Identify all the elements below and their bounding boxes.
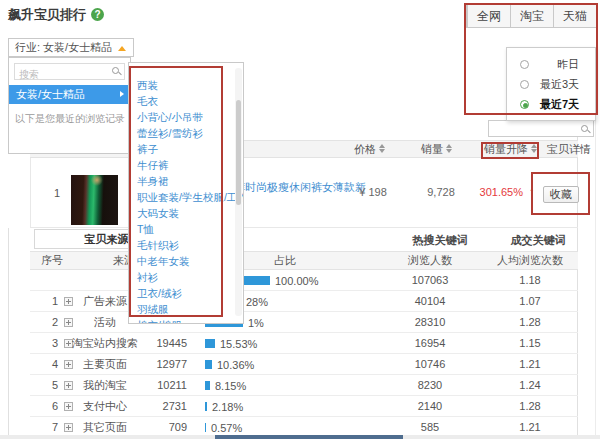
date-option[interactable]: 最近3天 bbox=[507, 74, 595, 94]
subcategory-item[interactable]: 半身裙 bbox=[129, 173, 243, 189]
product-thumbnail[interactable] bbox=[71, 175, 118, 225]
page-title-text: 飙升宝贝排行 bbox=[8, 7, 86, 22]
sort-icon[interactable] bbox=[446, 144, 453, 153]
tab-deal-keywords[interactable]: 成交关键词 bbox=[500, 233, 576, 248]
avg-views-value: 1.15 bbox=[485, 333, 575, 354]
visitors-value: 10746 bbox=[385, 354, 475, 375]
industry-select-label: 行业: 女装/女士精品 bbox=[15, 41, 112, 53]
source-count: 10211 bbox=[135, 375, 187, 396]
date-option[interactable]: 昨日 bbox=[507, 54, 595, 74]
history-list bbox=[9, 129, 130, 147]
table-row: 2 活动 1% 28310 1.28 bbox=[30, 312, 578, 333]
column-sales[interactable]: 销量 bbox=[407, 141, 467, 158]
rank-search-input[interactable] bbox=[489, 124, 569, 139]
subcategory-item-label: 牛仔裤 bbox=[137, 159, 169, 171]
share-bar-wrap: 15.53% bbox=[205, 333, 257, 354]
subcategory-item-label: 大码女装 bbox=[137, 207, 179, 219]
table-row: 5 我的淘宝 10211 8.15% 8230 1.24 bbox=[30, 375, 578, 396]
subcategory-item[interactable]: 小背心/小吊带 bbox=[129, 109, 243, 125]
page-title: 飙升宝贝排行? bbox=[8, 6, 104, 24]
avg-views-value: 1.18 bbox=[485, 270, 575, 291]
favorite-button[interactable]: 收藏 bbox=[543, 186, 579, 203]
source-count: 12977 bbox=[135, 354, 187, 375]
radio-icon[interactable] bbox=[520, 80, 529, 89]
column-price[interactable]: 价格 bbox=[340, 141, 400, 158]
subcategory-item[interactable]: 中老年女装 bbox=[129, 253, 243, 269]
category-selected-item[interactable]: 女装/女士精品 bbox=[9, 85, 130, 104]
visitors-value: 2140 bbox=[385, 396, 475, 417]
source-table: 序号 来源名称 占比 浏览人数 人均浏览次数 100.00% 107063 1.… bbox=[30, 251, 578, 438]
network-tab[interactable]: 全网 bbox=[467, 5, 510, 27]
avg-views-value: 1.21 bbox=[485, 354, 575, 375]
source-count: 2731 bbox=[135, 396, 187, 417]
date-option-label: 最近3天 bbox=[529, 77, 579, 92]
subcategory-item-label: 小背心/小吊带 bbox=[137, 111, 203, 123]
subcategory-item-label: 棉衣/棉服 bbox=[137, 319, 182, 324]
avg-views-value: 1.28 bbox=[485, 312, 575, 333]
table-row: 3 淘宝站内搜索 19445 15.53% 16954 1.15 bbox=[30, 333, 578, 354]
avg-views-value: 1.07 bbox=[485, 291, 575, 312]
search-icon bbox=[112, 67, 119, 74]
share-bar bbox=[205, 339, 215, 348]
history-header: 以下是您最近的浏览记录 bbox=[9, 104, 130, 129]
tab-hot-keywords[interactable]: 热搜关键词 bbox=[405, 233, 475, 248]
share-percent: 100.00% bbox=[275, 275, 318, 287]
date-option[interactable]: 最近7天 bbox=[507, 94, 595, 114]
network-tab[interactable]: 天猫 bbox=[553, 5, 596, 27]
history-link[interactable] bbox=[9, 141, 130, 147]
subcategory-item-label: 半身裙 bbox=[137, 175, 169, 187]
category-selected-label: 女装/女士精品 bbox=[16, 88, 85, 100]
subcategory-item[interactable]: 西装 bbox=[129, 77, 243, 93]
subcategory-item[interactable]: 牛仔裤 bbox=[129, 157, 243, 173]
scrollbar-thumb[interactable] bbox=[236, 100, 241, 205]
menu-scrollbar[interactable] bbox=[235, 68, 242, 316]
network-tab-label: 全网 bbox=[477, 9, 501, 23]
share-bar-wrap: 2.18% bbox=[205, 396, 243, 417]
trend-value: 301.65% bbox=[473, 186, 523, 198]
network-tab-label: 淘宝 bbox=[520, 9, 544, 23]
help-icon[interactable]: ? bbox=[91, 8, 104, 21]
subcategory-item[interactable]: 蕾丝衫/雪纺衫 bbox=[129, 125, 243, 141]
subcategory-item-label: 西装 bbox=[137, 79, 158, 91]
subcategory-list: 西装 毛衣 小背心/小吊带 蕾丝衫/雪纺衫 裤子 牛仔裤 半身裙 职业套装/学生… bbox=[129, 77, 243, 324]
category-search-input[interactable] bbox=[15, 67, 107, 82]
column-share: 占比 bbox=[240, 252, 330, 269]
radio-icon[interactable] bbox=[520, 60, 529, 69]
rank-row-1: 1 裤时尚极瘦休闲裤女薄款新 ¥ 198 9,728 301.65% ↑ 收藏 bbox=[30, 158, 578, 228]
subcategory-item[interactable]: 毛针织衫 bbox=[129, 237, 243, 253]
triangle-up-icon bbox=[118, 46, 126, 51]
share-percent: 8.15% bbox=[215, 380, 246, 392]
sales-value: 9,728 bbox=[411, 186, 471, 198]
visitors-value: 40104 bbox=[385, 291, 475, 312]
subcategory-item[interactable]: T恤 bbox=[129, 221, 243, 237]
search-icon bbox=[581, 125, 588, 132]
share-bar bbox=[205, 381, 210, 390]
subcategory-item[interactable]: 毛衣 bbox=[129, 93, 243, 109]
table-row: 1 广告来源 28% 40104 1.07 bbox=[30, 291, 578, 312]
network-tabs: 全网淘宝天猫 bbox=[466, 4, 597, 28]
share-bar-wrap: 8.15% bbox=[205, 375, 246, 396]
subcategory-item[interactable]: 棉衣/棉服 bbox=[129, 317, 243, 324]
price-value: ¥ 198 bbox=[343, 186, 403, 198]
horizontal-scrollbar[interactable] bbox=[0, 435, 600, 439]
subcategory-item[interactable]: 裤子 bbox=[129, 141, 243, 157]
share-percent: 0.57% bbox=[211, 422, 242, 434]
column-sales-trend[interactable]: 销量升降 bbox=[480, 141, 542, 158]
subcategory-item[interactable]: 衬衫 bbox=[129, 269, 243, 285]
source-table-body: 100.00% 107063 1.18 1 广告来源 28% 40104 1.0… bbox=[30, 270, 578, 438]
subcategory-item[interactable]: 卫衣/绒衫 bbox=[129, 285, 243, 301]
trend-up-icon: ↑ bbox=[529, 185, 535, 197]
sort-icon[interactable] bbox=[379, 144, 386, 153]
industry-select[interactable]: 行业: 女装/女士精品 bbox=[8, 38, 134, 57]
subcategory-item[interactable]: 大码女装 bbox=[129, 205, 243, 221]
subcategory-item[interactable]: 职业套装/学生校服/工作制服 bbox=[129, 189, 243, 205]
subcategory-item-label: T恤 bbox=[137, 223, 154, 235]
radio-icon[interactable] bbox=[520, 100, 529, 109]
source-count: 19445 bbox=[135, 333, 187, 354]
visitors-value: 107063 bbox=[385, 270, 475, 291]
column-item-detail: 宝贝详情 bbox=[537, 141, 600, 158]
network-tab[interactable]: 淘宝 bbox=[510, 5, 553, 27]
subcategory-item[interactable]: 羽绒服 bbox=[129, 301, 243, 317]
column-avg-views: 人均浏览次数 bbox=[485, 252, 575, 269]
scrollbar-thumb[interactable] bbox=[215, 435, 403, 439]
